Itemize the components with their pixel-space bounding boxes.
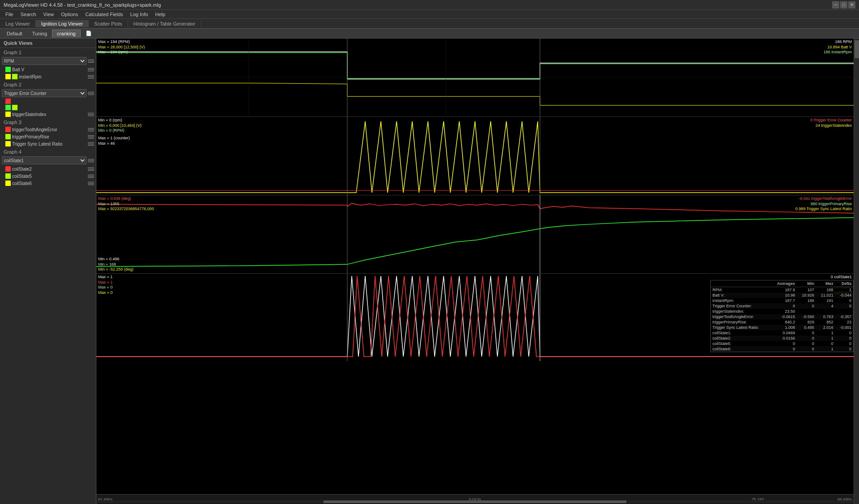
graph3-svg — [96, 195, 854, 273]
graph1-channel-row: RPM — [0, 56, 96, 66]
channel-menu-triggerToothAngleError[interactable] — [88, 126, 94, 133]
channel-color-triggerToothAngleError — [5, 127, 11, 132]
timeline-bar: 61.695s 0.013s 75.187 86.690s — [96, 494, 854, 504]
menubar: FileSearchViewOptionsCalculated FieldsLo… — [0, 10, 859, 19]
channel-row-tec — [0, 98, 96, 104]
stats-avg: 1.008 — [771, 325, 797, 330]
maximize-button[interactable]: □ — [840, 1, 847, 9]
stats-name: Trigger Error Counter: — [711, 303, 771, 309]
stats-row: triggerPrimaryRise: 840.2 829 852 23 — [711, 319, 853, 325]
graph4-max-cs1: Max = 1 — [98, 275, 112, 280]
stats-col-avg: Averages — [771, 280, 797, 287]
graph4-top-info: Max = 1 Max = 1 Max = 0 Max = 0 — [98, 275, 112, 296]
timeline-scrollbar[interactable] — [96, 500, 854, 503]
channel-color-tec — [5, 99, 11, 104]
channel-name-triggerPrimaryRise: triggerPrimaryRise — [12, 134, 86, 139]
channel-name-triggerStateIndex: triggerStateIndex — [12, 112, 86, 117]
graph4-max-cs6: Max = 0 — [98, 290, 112, 296]
channel-menu-Batt V[interactable] — [88, 66, 94, 73]
vscroll[interactable] — [854, 39, 859, 504]
graph2-channel-select[interactable]: Trigger Error Counter — [2, 89, 86, 97]
channel-menu-coilState2[interactable] — [88, 166, 94, 172]
channel-name-coilState6: coilState6 — [12, 181, 86, 186]
stats-row: RPM: 187.9 107 188 1 — [711, 287, 853, 293]
stats-row: coilState2: 0.0156 0 1 0 — [711, 336, 853, 341]
timeline-thumb[interactable] — [324, 500, 626, 503]
stats-min: 0.495 — [797, 325, 816, 330]
graph2-menu-icon[interactable] — [88, 90, 94, 96]
graph1-channel-select[interactable]: RPM — [2, 57, 86, 65]
graph1-menu-icon[interactable] — [88, 58, 94, 64]
channel-color-coilState2 — [5, 166, 11, 172]
menu-item-calculated-fields[interactable]: Calculated Fields — [82, 11, 126, 18]
graph2-right-info: 0 Trigger Error Counter 24 triggerStateI… — [810, 118, 852, 128]
menu-item-help[interactable]: Help — [151, 11, 169, 18]
graph1-svg — [96, 39, 854, 116]
stats-name: coilState2: — [711, 336, 771, 341]
channel-color-coilState5 — [5, 173, 11, 179]
graph1-cur-irpm: 186 instantRpm — [824, 50, 852, 55]
channel-menu-Trigger Sync Latest Ratio[interactable] — [88, 141, 94, 147]
graph1-panel: Max = 194 (RPM) Max = 28,000 [12,500] (V… — [96, 39, 854, 117]
channel-menu-instantRpm[interactable] — [88, 73, 94, 80]
stats-min: -0.590 — [797, 314, 816, 319]
ttae-line — [96, 203, 854, 213]
menu-item-file[interactable]: File — [2, 11, 17, 18]
graph2-cur-tec: 0 Trigger Error Counter — [810, 118, 852, 123]
stats-name: triggerStateIndex: — [711, 309, 771, 314]
stats-row: triggerStateIndex: 23.50 — [711, 309, 853, 314]
main-layout: Quick Views Graph 1 RPM Batt V instantRp… — [0, 39, 859, 504]
graph2-max-info: Max = 1 (counter) Max = 46 — [98, 136, 130, 146]
quick-views-label: Quick Views — [0, 39, 96, 48]
graph2-label: Graph 2 — [0, 80, 96, 88]
tab-new-file[interactable]: 📄 — [81, 29, 97, 38]
chart-area: Max = 194 (RPM) Max = 28,000 [12,500] (V… — [96, 39, 854, 504]
tab-cranking[interactable]: cranking — [52, 30, 81, 38]
stats-min — [797, 309, 816, 314]
window-title: MegaLogViewer HD 4.4.58 - test_cranking_… — [4, 2, 161, 8]
channel-menu-triggerStateIndex[interactable] — [88, 111, 94, 117]
graph1-label: Graph 1 — [0, 48, 96, 56]
stats-max: 1 — [816, 346, 835, 352]
nav-tab-0[interactable]: Log Viewer — [0, 20, 36, 27]
nav-tab-2[interactable]: Scatter Plots — [89, 20, 128, 27]
menu-item-search[interactable]: Search — [17, 11, 40, 18]
tab-tuning[interactable]: Tuning — [27, 30, 52, 38]
nav-tab-3[interactable]: Histogram / Table Generator — [128, 20, 201, 27]
stats-min: 0 — [797, 346, 816, 352]
menu-item-options[interactable]: Options — [57, 11, 82, 18]
graph1-cur-rpm: 186 RPM — [824, 39, 852, 45]
channel-menu-coilState6[interactable] — [88, 180, 94, 186]
channel-color-instantRpm — [5, 74, 11, 79]
channel-row-battv: Batt V — [0, 66, 96, 73]
channel-name-coilState5: coilState5 — [12, 174, 86, 179]
nav-tab-1[interactable]: Ignition Log Viewer — [36, 20, 89, 27]
stats-col-min: Min — [797, 280, 816, 287]
sidebar: Quick Views Graph 1 RPM Batt V instantRp… — [0, 39, 96, 504]
stats-avg: 0.0156 — [771, 336, 797, 341]
channel-menu-coilState5[interactable] — [88, 173, 94, 179]
stats-avg: 10.98 — [771, 293, 797, 298]
tsi-line — [96, 121, 854, 193]
window-controls: ─ □ ✕ — [832, 1, 855, 9]
vscroll-thumb[interactable] — [855, 40, 859, 58]
menu-item-log-info[interactable]: Log Info — [127, 11, 152, 18]
channel-color-lime — [12, 105, 17, 110]
stats-min: 10.926 — [797, 293, 816, 298]
graph4-channel-select[interactable]: coilState1 — [2, 156, 86, 164]
stats-name: coilState6: — [711, 346, 771, 352]
menu-item-view[interactable]: View — [40, 11, 58, 18]
channel-menu-triggerPrimaryRise[interactable] — [88, 134, 94, 140]
stats-avg: 0 — [771, 346, 797, 352]
battv-line — [96, 83, 854, 105]
graph3-label: Graph 3 — [0, 118, 96, 126]
channel-row-coilstate5: coilState5 — [0, 172, 96, 180]
stats-row: coilState5: 0 0 0 0 — [711, 341, 853, 346]
channel-color-Trigger Sync Latest Ratio — [5, 141, 11, 146]
tab-default[interactable]: Default — [2, 30, 27, 38]
stats-delta — [835, 309, 853, 314]
channel-name-Batt V: Batt V — [12, 67, 86, 72]
close-button[interactable]: ✕ — [848, 1, 855, 9]
minimize-button[interactable]: ─ — [832, 1, 839, 9]
graph4-menu-icon[interactable] — [88, 157, 94, 164]
